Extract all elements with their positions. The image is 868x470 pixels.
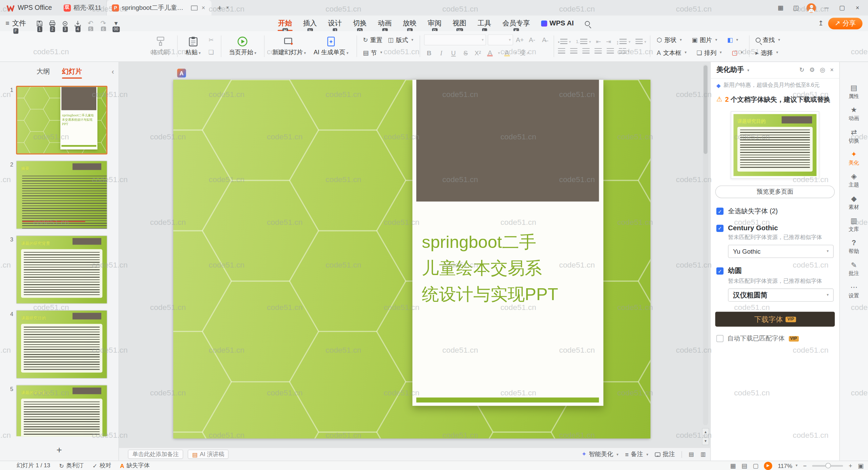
sidebar-item-properties[interactable]: ▤属性 bbox=[840, 81, 868, 103]
sidebar-item-library[interactable]: ▥文库 bbox=[840, 214, 868, 236]
shapes-button[interactable]: ⬡形状▾ bbox=[655, 34, 684, 45]
select-all-checkbox[interactable]: ✓ bbox=[716, 208, 724, 215]
share-button[interactable]: ↗分享 bbox=[828, 17, 862, 29]
customize-qat-button[interactable]: ▾00 bbox=[110, 17, 122, 30]
expand-notes-icon[interactable]: ▤ bbox=[689, 451, 694, 457]
outline-color-button[interactable]: ▢▾ bbox=[729, 47, 745, 58]
font2-row[interactable]: ✓ 幼圆 bbox=[711, 266, 839, 276]
grow-font-button[interactable]: A+ bbox=[515, 35, 525, 45]
font-color-button[interactable]: A bbox=[485, 47, 495, 58]
tab-close-icon[interactable]: × bbox=[200, 4, 206, 11]
font2-replacement-select[interactable]: 汉仪粗圆简▾ bbox=[728, 289, 834, 302]
font1-replacement-select[interactable]: Yu Gothic▾ bbox=[728, 245, 834, 258]
columns-button[interactable]: ▾ bbox=[619, 48, 630, 54]
slide-title[interactable]: springboot二手 儿童绘本交易系 统设计与实现PPT bbox=[422, 229, 596, 307]
slide-sorter-view-button[interactable]: ▤ bbox=[742, 462, 747, 469]
slide-white-panel[interactable]: springboot二手 儿童绘本交易系 统设计与实现PPT bbox=[412, 80, 603, 406]
line-spacing-button[interactable]: ↕▾ bbox=[616, 38, 630, 45]
shrink-font-button[interactable]: A- bbox=[527, 35, 537, 45]
tab-tools[interactable]: 工具L bbox=[472, 16, 497, 31]
sidebar-item-settings[interactable]: ⋯设置 bbox=[840, 280, 868, 302]
next-slide-button[interactable]: ▾ bbox=[702, 437, 709, 445]
assistant-refresh-icon[interactable]: ↻ bbox=[799, 66, 804, 74]
tab-docer[interactable]: 双 稻壳-双11 bbox=[59, 0, 107, 16]
paste-button[interactable]: 粘贴▾ bbox=[182, 35, 205, 57]
reading-view-button[interactable]: ▢ bbox=[753, 462, 758, 469]
textbox-button[interactable]: A文本框▾ bbox=[655, 47, 689, 58]
slide-preview-card[interactable]: 课题研究目的 bbox=[731, 111, 819, 179]
cut-button[interactable]: ✂ bbox=[206, 35, 217, 45]
justify-button[interactable] bbox=[594, 48, 601, 54]
align-center-button[interactable] bbox=[570, 48, 577, 54]
smart-beautify-button[interactable]: ✦智能美化▾ bbox=[581, 450, 618, 458]
assistant-pin-icon[interactable]: ◎ bbox=[820, 66, 825, 74]
clear-format-button[interactable]: A̶ bbox=[539, 35, 550, 45]
ai-generate-page-button[interactable]: AI 生成单页▾ bbox=[310, 33, 353, 60]
underline-button[interactable]: U bbox=[448, 47, 459, 58]
assistant-settings-icon[interactable]: ⚙ bbox=[809, 66, 815, 74]
slide-cover-image-placeholder[interactable] bbox=[416, 80, 599, 201]
font1-checkbox[interactable]: ✓ bbox=[716, 224, 724, 232]
slide-canvas[interactable]: A springboot二手 儿童绘本交易系 统设计与实现PPT ▴ ▾ bbox=[119, 62, 710, 447]
slide-thumbnail-3[interactable]: 3 课题的研究背景 bbox=[7, 235, 119, 304]
assistant-close-icon[interactable]: × bbox=[830, 66, 834, 74]
proofread-button[interactable]: ✓校对 bbox=[93, 462, 111, 470]
distribute-button[interactable] bbox=[607, 48, 614, 54]
user-avatar[interactable] bbox=[807, 3, 816, 13]
zoom-in-button[interactable]: + bbox=[849, 462, 852, 469]
missing-fonts-button[interactable]: A缺失字体 bbox=[120, 462, 150, 470]
previous-slide-button[interactable]: ▴ bbox=[702, 428, 709, 436]
preview-more-pages-button[interactable]: 预览更多页面 bbox=[715, 185, 835, 198]
align-left-button[interactable] bbox=[558, 48, 565, 54]
font-size-select[interactable]: ▾ bbox=[488, 34, 513, 45]
theme-name[interactable]: ↻奥利汀 bbox=[59, 462, 83, 470]
sidebar-item-help[interactable]: ?帮助 bbox=[840, 236, 868, 258]
arrange-button[interactable]: ❏排列▾ bbox=[694, 47, 724, 58]
tab-design[interactable]: 设计J bbox=[322, 16, 347, 31]
collapse-notes-icon[interactable]: ▥ bbox=[701, 451, 706, 457]
select-button[interactable]: ▸选择▾ bbox=[753, 47, 782, 58]
current-slide[interactable]: springboot二手 儿童绘本交易系 统设计与实现PPT bbox=[173, 80, 650, 438]
superscript-button[interactable]: X² bbox=[473, 47, 483, 58]
minimize-button[interactable]: ─ bbox=[819, 1, 833, 14]
tab-outline[interactable]: 大纲 bbox=[37, 62, 50, 81]
collapse-panel-icon[interactable]: ‹ bbox=[112, 67, 114, 75]
slide-thumbnail-2[interactable]: 2 摘要 bbox=[7, 160, 119, 229]
find-button[interactable]: 查找▾ bbox=[753, 34, 782, 45]
tab-review[interactable]: 审阅P bbox=[422, 16, 447, 31]
tab-wps-ai[interactable]: WPS AI bbox=[536, 16, 579, 31]
new-tab-button[interactable]: + bbox=[213, 2, 225, 14]
zoom-slider[interactable] bbox=[812, 465, 843, 467]
tab-view[interactable]: 视图W bbox=[447, 16, 472, 31]
mini-mode-icon[interactable]: ◫ bbox=[789, 1, 803, 14]
text-effects-button[interactable]: 变▾ bbox=[518, 47, 530, 58]
zoom-level[interactable]: 117%▾ bbox=[778, 462, 797, 469]
text-direction-button[interactable]: ▾ bbox=[635, 39, 646, 45]
comments-toggle-button[interactable]: 批注 bbox=[655, 450, 675, 458]
tab-transitions[interactable]: 切换Q bbox=[348, 16, 372, 31]
italic-button[interactable]: I bbox=[436, 47, 447, 58]
sidebar-item-transition[interactable]: ⇄切换 bbox=[840, 125, 868, 147]
tab-membership[interactable]: 会员专享K bbox=[497, 16, 535, 31]
zoom-out-button[interactable]: − bbox=[803, 462, 807, 469]
sidebar-item-beautify[interactable]: ✦美化 bbox=[840, 147, 868, 169]
play-from-current-button[interactable]: 当页开始▾ bbox=[225, 33, 260, 60]
auto-download-checkbox[interactable] bbox=[716, 335, 724, 342]
decrease-indent-button[interactable]: ⇤ bbox=[596, 38, 601, 45]
layout-button[interactable]: ◫版式▾ bbox=[386, 34, 416, 45]
member-promo-banner[interactable]: ◆ 新用户特惠，超级会员月均价低至8.6元 bbox=[711, 79, 839, 92]
tab-slides[interactable]: 幻灯片 bbox=[62, 62, 82, 81]
tab-slideshow[interactable]: 放映B bbox=[397, 16, 422, 31]
undo-button[interactable]: ↶5 bbox=[85, 17, 96, 30]
screen-cast-icon[interactable] bbox=[191, 5, 198, 11]
fit-to-window-button[interactable]: ▣ bbox=[858, 462, 864, 469]
canvas-scrollbar[interactable] bbox=[703, 64, 708, 425]
sidebar-item-theme[interactable]: ◈主题 bbox=[840, 170, 868, 192]
add-slide-button[interactable]: + bbox=[0, 443, 118, 457]
normal-view-button[interactable]: ▦ bbox=[730, 462, 736, 469]
file-menu-button[interactable]: ≡ 文件 F bbox=[0, 16, 32, 31]
download-fonts-button[interactable]: 下载字体 VIP bbox=[715, 312, 835, 327]
sidebar-item-assets[interactable]: ◆素材 bbox=[840, 192, 868, 214]
copy-button[interactable]: ❏ bbox=[206, 47, 217, 57]
new-slide-button[interactable]: 新建幻灯片▾ bbox=[269, 33, 310, 60]
